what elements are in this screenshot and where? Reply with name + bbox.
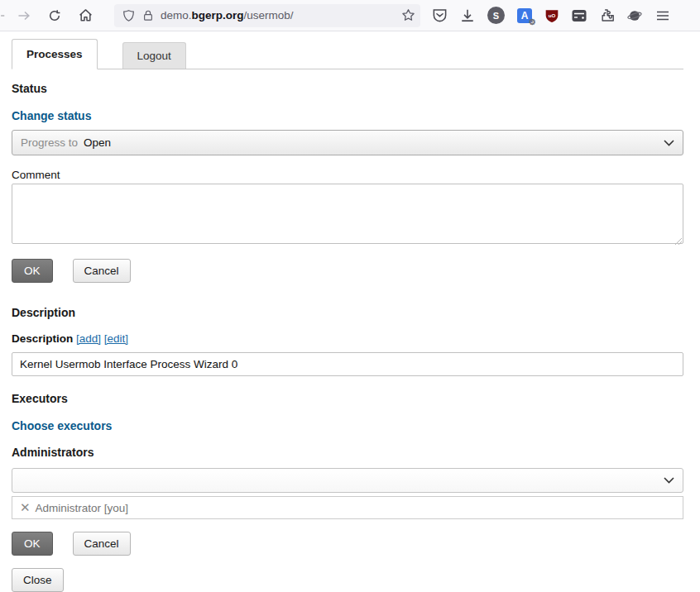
comment-label: Comment	[12, 169, 683, 181]
forward-icon[interactable]	[12, 4, 36, 27]
choose-executors-link[interactable]: Choose executors	[12, 419, 683, 432]
administrator-item-label: Administrator [you]	[36, 502, 129, 514]
tab-bar: Processes Logout	[12, 35, 683, 69]
tab-processes[interactable]: Processes	[12, 39, 98, 69]
administrator-list-item: ✕ Administrator [you]	[12, 496, 683, 519]
close-button[interactable]: Close	[12, 568, 64, 592]
pocket-icon[interactable]	[432, 7, 448, 23]
shield-icon[interactable]	[122, 9, 135, 22]
change-status-link[interactable]: Change status	[12, 109, 683, 122]
chevron-down-icon	[664, 477, 674, 484]
chevron-down-icon	[664, 140, 674, 146]
planet-icon[interactable]	[627, 8, 642, 23]
bookmark-star-icon[interactable]	[401, 8, 415, 22]
status-select-value: Open	[84, 136, 111, 149]
status-select[interactable]: Progress to Open	[12, 130, 683, 155]
ublock-extension-icon[interactable]: uO	[544, 8, 559, 23]
status-select-prefix: Progress to	[21, 136, 78, 149]
page-content: Processes Logout Status Change status Pr…	[0, 35, 700, 592]
description-label: Description	[12, 332, 73, 345]
description-add-link[interactable]: [add]	[76, 332, 101, 345]
tab-logout[interactable]: Logout	[122, 42, 186, 69]
administrators-heading: Administrators	[12, 446, 683, 459]
home-icon[interactable]	[73, 4, 98, 27]
status-cancel-button[interactable]: Cancel	[73, 259, 131, 283]
lock-icon[interactable]	[142, 9, 154, 21]
description-label-row: Description [add] [edit]	[12, 332, 683, 345]
extension-s-icon[interactable]: S	[487, 7, 505, 24]
gear-icon: ⚙	[529, 17, 536, 26]
translate-extension-icon[interactable]: A⚙	[517, 8, 532, 23]
download-icon[interactable]	[460, 8, 475, 23]
extensions-puzzle-icon[interactable]	[599, 7, 615, 23]
executors-heading: Executors	[12, 392, 683, 405]
reload-icon[interactable]	[42, 4, 67, 27]
comment-textarea[interactable]	[12, 184, 683, 244]
description-input[interactable]	[12, 352, 683, 376]
administrators-select[interactable]	[12, 468, 683, 493]
back-icon[interactable]	[0, 4, 5, 27]
status-ok-button[interactable]: OK	[12, 259, 53, 283]
menu-hamburger-icon[interactable]	[656, 9, 669, 22]
svg-text:uO: uO	[549, 12, 556, 17]
status-heading: Status	[12, 82, 683, 95]
url-text: demo.bgerp.org/usermob/	[161, 9, 401, 21]
url-bar[interactable]: demo.bgerp.org/usermob/	[114, 4, 420, 27]
executors-cancel-button[interactable]: Cancel	[73, 532, 131, 556]
executors-ok-button[interactable]: OK	[12, 532, 53, 556]
remove-x-icon[interactable]: ✕	[20, 500, 31, 515]
description-edit-link[interactable]: [edit]	[104, 332, 128, 345]
description-heading: Description	[12, 306, 683, 319]
card-extension-icon[interactable]	[572, 9, 587, 22]
browser-toolbar: demo.bgerp.org/usermob/ S A⚙ uO	[0, 0, 700, 31]
